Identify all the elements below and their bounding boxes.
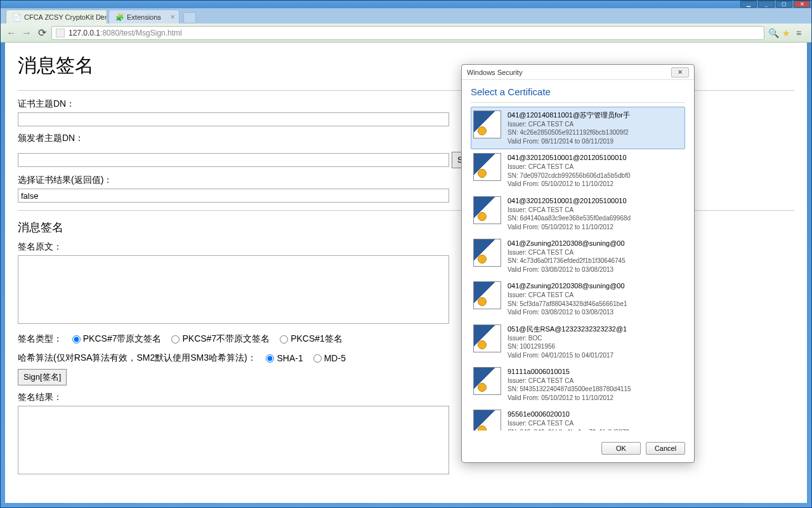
sign-result-textarea[interactable] <box>18 406 449 474</box>
cert-title: 041@320120510001@201205100010 <box>508 196 683 206</box>
hamburger-menu-icon[interactable]: ≡ <box>796 28 806 38</box>
cert-sn: SN: 1001291956 <box>508 342 683 351</box>
certificate-item[interactable]: 91111a0006010015Issuer: CFCA TEST CASN: … <box>471 363 685 406</box>
certificate-text: 041@320120510001@201205100010Issuer: CFC… <box>508 196 683 231</box>
bookmark-star-icon[interactable]: ★ <box>782 28 792 38</box>
certificate-item[interactable]: 041@Zsuning20120308@suning@00Issuer: CFC… <box>471 235 685 277</box>
maximize-button[interactable]: ▢ <box>776 1 792 8</box>
certificate-item[interactable]: 041@120140811001@苏宁管理员for手Issuer: CFCA T… <box>471 107 685 149</box>
cert-issuer: Issuer: CFCA TEST CA <box>508 248 683 257</box>
dialog-titlebar[interactable]: Windows Security ✕ <box>462 65 694 80</box>
radio-md5[interactable] <box>313 354 322 363</box>
certificate-text: 051@民生RSA@12323232323232@1Issuer: BOCSN:… <box>508 324 683 359</box>
certificate-icon <box>473 196 501 224</box>
tab-label: Extensions <box>127 13 161 21</box>
sig-type-label: 签名类型： <box>18 333 62 345</box>
cert-issuer: Issuer: CFCA TEST CA <box>508 120 683 129</box>
cert-title: 95561e0006020010 <box>508 410 683 419</box>
cert-title: 041@320120510001@201205100010 <box>508 153 683 163</box>
cert-issuer: Issuer: CFCA TEST CA <box>508 377 683 385</box>
dialog-title: Windows Security <box>467 69 522 76</box>
forward-button[interactable]: → <box>21 27 32 39</box>
cert-sn: SN: 7de09702cdcb992656b606d1a5b5dbf0 <box>508 171 683 180</box>
certificate-icon <box>473 367 501 395</box>
certificate-text: 041@120140811001@苏宁管理员for手Issuer: CFCA T… <box>508 110 683 145</box>
minimize-button[interactable]: ▁ <box>740 1 757 8</box>
tab-close-icon[interactable]: × <box>171 13 175 22</box>
certificate-text: 91111a0006010015Issuer: CFCA TEST CASN: … <box>508 367 683 402</box>
dialog-close-button[interactable]: ✕ <box>671 67 689 77</box>
back-button[interactable]: ← <box>6 27 17 39</box>
address-bar[interactable]: 127.0.0.1:8080/test/MsgSign.html <box>51 26 764 40</box>
certificate-item[interactable]: 041@Zsuning20120308@suning@00Issuer: CFC… <box>471 277 685 320</box>
puzzle-icon: 🧩 <box>115 13 123 21</box>
cert-issuer: Issuer: CFCA TEST CA <box>508 419 683 428</box>
cert-sn: SN: 4c26e2850505e9211192f6bcb13009f2 <box>508 128 683 137</box>
cert-issuer: Issuer: CFCA TEST CA <box>508 206 683 215</box>
radio-sha1[interactable] <box>266 354 274 363</box>
cert-sn: SN: 6d4140aa83c9ee368e535f0eda69968d <box>508 214 683 223</box>
cert-issuer: Issuer: BOC <box>508 334 683 343</box>
search-icon[interactable]: 🔍 <box>768 28 778 38</box>
radio-pkcs1[interactable] <box>280 335 288 344</box>
site-icon <box>56 29 65 37</box>
cert-title: 041@Zsuning20120308@suning@00 <box>508 239 683 248</box>
subject-dn-input[interactable] <box>18 112 449 126</box>
radio-pkcs7-detached[interactable] <box>171 335 180 344</box>
page-icon: 📄 <box>13 13 20 21</box>
sig-type-option[interactable]: PKCS#7带原文签名 <box>72 333 162 345</box>
cert-sn: SN: 5cf3da77af880434328df46a56661be1 <box>508 300 683 309</box>
certificate-icon <box>473 324 501 352</box>
certificate-item[interactable]: 041@320120510001@201205100010Issuer: CFC… <box>471 149 685 192</box>
certificate-text: 041@Zsuning20120308@suning@00Issuer: CFC… <box>508 281 683 316</box>
sig-type-option[interactable]: PKCS#7不带原文签名 <box>171 333 270 345</box>
certificate-text: 95561e0006020010Issuer: CFCA TEST CASN: … <box>508 410 683 431</box>
certificate-item[interactable]: 95561e0006020010Issuer: CFCA TEST CASN: … <box>471 406 685 431</box>
certificate-icon <box>473 153 501 181</box>
cert-sn: SN: 346a846a9fddba1ba1aa70e1fe3d3870 <box>508 428 683 431</box>
browser-toolbar: ← → ⟳ 127.0.0.1:8080/test/MsgSign.html 🔍… <box>1 23 811 43</box>
cert-valid: Valid From: 05/10/2012 to 11/10/2012 <box>508 394 683 403</box>
dialog-heading: Select a Certificate <box>471 86 685 97</box>
cert-sn: SN: 4c73d6a0f1736efded2f1b1f30646745 <box>508 257 683 265</box>
cert-sn: SN: 5f435132240487d3500ee188780d4115 <box>508 385 683 394</box>
url-port: :8080 <box>100 29 119 37</box>
cert-title: 051@民生RSA@12323232323232@1 <box>508 324 683 334</box>
url-path: /test/MsgSign.html <box>119 29 182 37</box>
certificate-item[interactable]: 041@320120510001@201205100010Issuer: CFC… <box>471 192 685 235</box>
url-host: 127.0.0.1 <box>69 29 100 37</box>
tab-label: CFCA ZCSY CryptoKit Den <box>24 13 107 21</box>
tab-cfca[interactable]: 📄 CFCA ZCSY CryptoKit Den × <box>6 10 107 23</box>
certificate-icon <box>473 239 501 267</box>
cert-valid: Valid From: 03/08/2012 to 03/08/2013 <box>508 265 683 274</box>
radio-pkcs7-attached[interactable] <box>72 335 81 344</box>
cert-valid: Valid From: 03/08/2012 to 03/08/2013 <box>508 308 683 317</box>
issuer-dn-input[interactable] <box>18 153 449 167</box>
cert-title: 041@Zsuning20120308@suning@00 <box>508 281 683 291</box>
reload-button[interactable]: ⟳ <box>36 27 48 39</box>
minimize2-button[interactable]: _ <box>758 1 775 8</box>
tab-extensions[interactable]: 🧩 Extensions × <box>108 10 180 23</box>
certificate-icon <box>473 410 501 431</box>
cert-valid: Valid From: 05/10/2012 to 11/10/2012 <box>508 180 683 189</box>
select-result-input[interactable] <box>18 189 449 203</box>
certificate-icon <box>473 281 501 309</box>
cert-issuer: Issuer: CFCA TEST CA <box>508 163 683 171</box>
hash-option[interactable]: SHA-1 <box>266 353 303 363</box>
cert-title: 91111a0006010015 <box>508 367 683 377</box>
cert-title: 041@120140811001@苏宁管理员for手 <box>508 110 683 120</box>
close-window-button[interactable]: ✕ <box>794 1 810 8</box>
cert-valid: Valid From: 05/10/2012 to 11/10/2012 <box>508 223 683 232</box>
new-tab-button[interactable] <box>183 12 196 23</box>
cancel-button[interactable]: Cancel <box>646 442 685 455</box>
sign-button[interactable]: Sign[签名] <box>18 369 67 385</box>
ok-button[interactable]: OK <box>601 442 641 455</box>
certificate-list[interactable]: 041@120140811001@苏宁管理员for手Issuer: CFCA T… <box>471 107 685 431</box>
cert-valid: Valid From: 04/01/2015 to 04/01/2017 <box>508 351 683 360</box>
divider <box>471 102 685 103</box>
tab-close-icon[interactable]: × <box>98 13 103 22</box>
sign-source-textarea[interactable] <box>18 255 449 324</box>
certificate-item[interactable]: 051@民生RSA@12323232323232@1Issuer: BOCSN:… <box>471 321 685 363</box>
sig-type-option[interactable]: PKCS#1签名 <box>280 333 343 345</box>
hash-option[interactable]: MD-5 <box>313 353 346 363</box>
